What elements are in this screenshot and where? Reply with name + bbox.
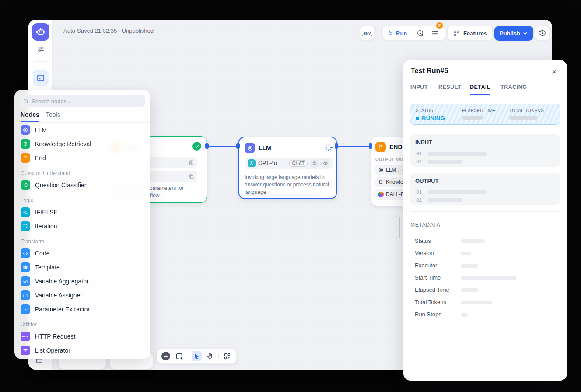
section-transform: Transform — [21, 238, 44, 245]
env-icon: ENV — [362, 31, 372, 36]
schedule-icon[interactable] — [415, 28, 426, 38]
meta-start-time-value-placeholder — [461, 276, 517, 280]
meta-total-tokens-label: Total Tokens — [415, 299, 446, 305]
meta-run-steps-value-placeholder — [461, 313, 468, 317]
llm-var-icon — [378, 167, 384, 173]
node-item-llm[interactable]: LLM — [18, 123, 147, 137]
meta-total-tokens-value-placeholder — [461, 301, 492, 304]
active-tab-underline — [470, 94, 490, 94]
add-node-button[interactable] — [161, 351, 171, 361]
gpt-model-icon — [248, 159, 256, 167]
features-button[interactable]: Features — [447, 26, 493, 41]
copy-icon — [189, 174, 194, 179]
llm-node[interactable]: LLM GPT-4o CHAT Invoking large language … — [238, 136, 337, 199]
llm-model-name: GPT-4o — [258, 160, 287, 166]
node-item-knowledge-retrieval[interactable]: Knowledge Retrieval — [18, 137, 147, 151]
node-item-variable-aggregator[interactable]: {x} Variable Aggregator — [18, 274, 147, 288]
llm-input-handle[interactable] — [236, 143, 240, 149]
input-line-placeholder — [427, 160, 462, 164]
node-item-variable-assigner[interactable]: {=} Variable Assigner — [18, 288, 147, 302]
autosave-status: Auto-Saved 21:02:35 · Unpublished — [63, 28, 154, 34]
test-run-panel: Test Run#5 INPUT RESULT DETAIL TRACING S… — [403, 60, 567, 381]
total-tokens-placeholder — [509, 116, 537, 120]
llm-icon — [21, 125, 30, 135]
document-icon — [189, 160, 194, 165]
status-card: STATUS ELAPSED TIME TOTAL TOKENS RUNING — [410, 104, 560, 125]
node-item-if-else[interactable]: IF/ELSE — [18, 205, 147, 219]
node-item-end[interactable]: End — [18, 151, 147, 165]
metadata-title: METADATA — [410, 222, 440, 228]
history-button[interactable] — [535, 26, 550, 41]
cursor-icon — [193, 353, 200, 360]
llm-output-handle[interactable] — [335, 143, 338, 149]
eye-icon — [321, 159, 329, 168]
end-icon — [21, 153, 30, 163]
run-cluster: Run — [382, 26, 445, 41]
canvas-toolbar — [157, 349, 237, 364]
plus-icon — [164, 354, 168, 359]
organize-nodes-button[interactable] — [222, 351, 232, 361]
start-output-handle[interactable] — [205, 143, 209, 149]
add-note-button[interactable] — [175, 351, 185, 361]
node-item-code[interactable]: Code — [18, 246, 147, 260]
env-button[interactable]: ENV — [360, 26, 374, 41]
run-button[interactable]: Run — [387, 30, 407, 37]
model-mode-badge: CHAT — [289, 160, 308, 167]
publish-button[interactable]: Publish — [494, 26, 533, 41]
tab-input[interactable]: INPUT — [410, 84, 428, 90]
edge-llm-to-end — [337, 146, 371, 147]
tab-result[interactable]: RESULT — [438, 84, 461, 90]
output-card: OUTPUT 01 02 — [410, 173, 560, 205]
history-icon — [539, 29, 546, 37]
add-note-icon — [175, 352, 183, 360]
node-search-panel: Nodes Tools LLM Knowledge Retrieval End … — [14, 90, 150, 359]
tab-nodes[interactable]: Nodes — [21, 111, 39, 118]
app-logo-robot-icon[interactable] — [32, 23, 49, 41]
node-item-http-request[interactable]: HTTP HTTP Request — [18, 329, 147, 343]
tab-detail[interactable]: DETAIL — [470, 84, 490, 90]
knowledge-retrieval-icon — [21, 139, 30, 149]
pointer-tool-button[interactable] — [192, 351, 202, 361]
node-item-question-classifier[interactable]: Question Classifier — [18, 178, 147, 192]
template-icon — [21, 262, 30, 272]
meta-start-time-label: Start Time — [415, 274, 441, 281]
tab-tracing[interactable]: TRACING — [500, 84, 527, 90]
vision-robot-icon — [310, 159, 318, 168]
node-item-parameter-extractor[interactable]: Parameter Extractor — [18, 302, 147, 316]
output-line-placeholder — [427, 190, 487, 194]
rail-divider — [34, 61, 47, 62]
list-operator-icon — [21, 346, 30, 355]
canvas-scrollbar[interactable] — [399, 217, 400, 238]
end-input-handle[interactable] — [369, 143, 372, 149]
checklist-icon[interactable] — [430, 28, 440, 38]
llm-model-selector[interactable]: GPT-4o CHAT — [245, 158, 332, 169]
tab-tools[interactable]: Tools — [46, 111, 60, 118]
status-label: STATUS — [416, 108, 433, 113]
run-play-icon — [387, 30, 394, 37]
elapsed-time-placeholder — [462, 116, 483, 120]
input-card: INPUT 01 02 — [410, 134, 560, 167]
meta-elapsed-time-label: Elapsed Time — [415, 287, 449, 293]
chevron-down-icon — [522, 31, 528, 36]
node-item-iteration[interactable]: Iteration — [18, 219, 147, 233]
node-item-template[interactable]: Template — [18, 260, 147, 274]
llm-node-description: Invoking large language models to answer… — [245, 174, 333, 196]
features-grid-icon — [453, 30, 460, 37]
end-node-icon — [375, 142, 386, 152]
meta-run-steps-label: Run Steps — [415, 311, 441, 318]
search-input[interactable] — [32, 98, 141, 105]
meta-elapsed-time-value-placeholder — [461, 288, 478, 292]
workflow-settings-icon[interactable] — [36, 44, 46, 54]
http-request-icon: HTTP — [21, 332, 30, 341]
plugins-window-icon[interactable] — [33, 70, 49, 86]
search-icon — [23, 98, 29, 104]
dalle-var-icon — [378, 192, 384, 197]
node-item-list-operator[interactable]: List Operator — [18, 343, 147, 357]
search-box — [20, 95, 145, 107]
close-icon[interactable] — [550, 67, 559, 77]
meta-status-label: Status — [415, 238, 431, 244]
meta-executor-value-placeholder — [461, 264, 478, 268]
screen: Auto-Saved 21:02:35 · Unpublished ENV Ru… — [0, 0, 581, 392]
hand-tool-button[interactable] — [205, 351, 215, 361]
iteration-icon — [21, 221, 30, 231]
